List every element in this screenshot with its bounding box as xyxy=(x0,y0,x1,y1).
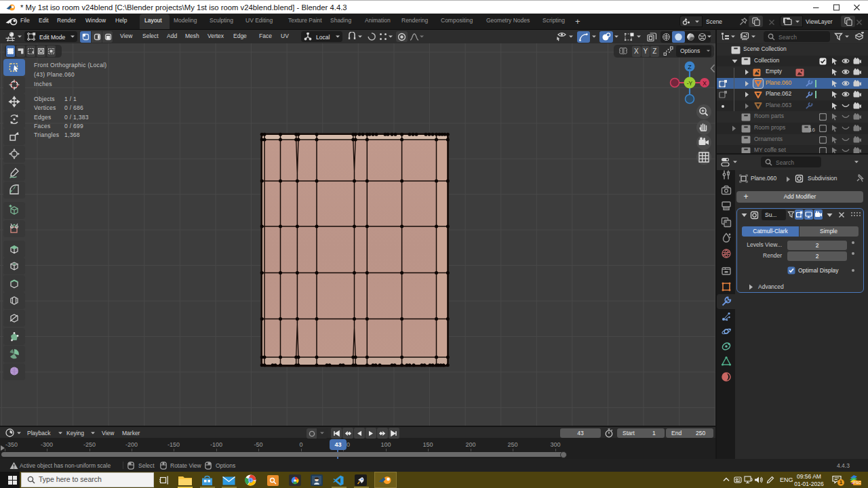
svg-text:-Y: -Y xyxy=(687,80,693,87)
svg-text:Z: Z xyxy=(688,64,692,70)
svg-text:X: X xyxy=(703,80,707,87)
